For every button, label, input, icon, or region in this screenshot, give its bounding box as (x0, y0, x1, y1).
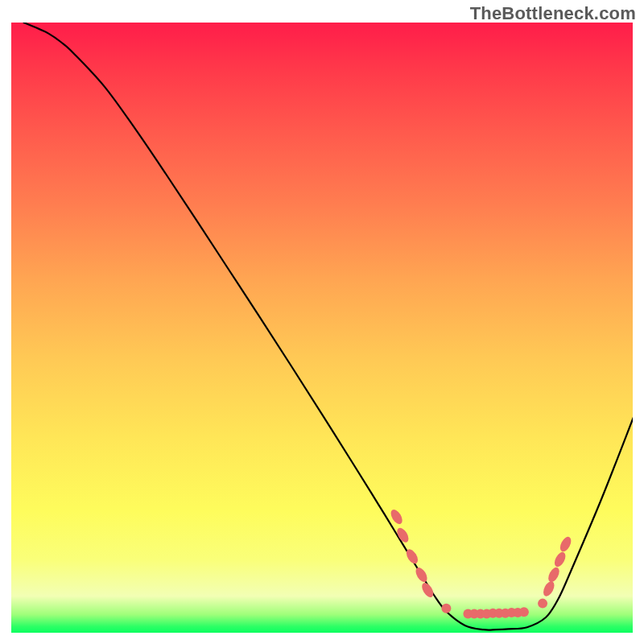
optimal-range-markers (389, 508, 573, 619)
bottleneck-curve (23, 23, 633, 630)
chart-container: TheBottleneck.com (0, 0, 644, 644)
chart-svg (11, 23, 633, 633)
marker-dot (541, 580, 556, 598)
marker-dot (519, 607, 529, 617)
marker-dot (538, 599, 547, 609)
plot-area (11, 23, 633, 633)
marker-dot (546, 566, 561, 584)
marker-dot (414, 566, 430, 584)
marker-dot (552, 551, 568, 569)
marker-dot (441, 604, 451, 613)
watermark-text: TheBottleneck.com (470, 3, 636, 24)
marker-dot (558, 535, 573, 554)
